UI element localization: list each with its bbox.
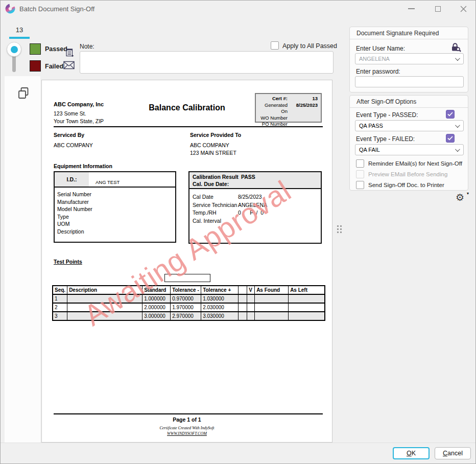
password-input[interactable] — [355, 76, 464, 87]
failed-label: Failed — [45, 63, 63, 70]
col-header: As Left — [289, 286, 325, 294]
equipment-box: I.D.: ANG TEST Serial Number Manufacture… — [54, 171, 176, 243]
table-row: 1 1.000000 0.970000 1.030000 — [53, 294, 325, 303]
preview-email-label: Preview EMail Before Sending — [368, 171, 447, 177]
username-combobox[interactable]: ANGELENA — [355, 53, 464, 64]
apply-to-all-passed-checkbox[interactable] — [271, 41, 279, 50]
cell — [67, 312, 142, 320]
cal-row-value: 0 F / 0 — [238, 209, 264, 217]
splitter-handle[interactable] — [337, 225, 342, 233]
chevron-down-icon[interactable] — [455, 123, 460, 128]
cert-number-box: Cert #:13 Generated On8/25/2023 WO Numbe… — [255, 93, 322, 123]
cell: 0.970000 — [171, 294, 201, 303]
calibration-result-label: Calibration Result — [193, 174, 239, 180]
email-icon[interactable] — [63, 61, 75, 69]
cell: 1.030000 — [201, 294, 239, 303]
options-panel-title: After Sign-Off Options — [350, 96, 468, 108]
send-to-printer-label: Send Sign-Off Doc. to Printer — [368, 182, 444, 188]
wo-number-value — [292, 115, 318, 122]
cell — [247, 312, 255, 320]
send-to-printer-checkbox[interactable] — [356, 181, 364, 189]
equipment-field: Model Number — [57, 205, 92, 213]
event-type-passed-value: QA PASS — [359, 123, 383, 129]
close-icon — [460, 6, 467, 12]
note-input[interactable] — [80, 51, 334, 74]
event-type-passed-label: Event Type - PASSED: — [356, 111, 418, 119]
cancel-button[interactable]: Cancel — [435, 447, 471, 459]
event-type-passed-select[interactable]: QA PASS — [355, 120, 464, 131]
cal-row-label: Service Technician — [193, 202, 237, 208]
cell — [239, 312, 247, 320]
service-provided-to-label: Service Provided To — [190, 132, 241, 138]
lock-key-icon — [450, 42, 462, 53]
col-header: V — [247, 286, 255, 294]
copy-pages-icon[interactable] — [17, 86, 30, 100]
serviced-by-label: Serviced By — [54, 132, 84, 138]
event-type-failed-select[interactable]: QA FAIL — [355, 144, 464, 155]
table-row: 3 3.000000 2.970000 3.030000 — [53, 312, 325, 320]
equipment-field: Serial Number — [57, 191, 92, 198]
username-label: Enter User Name: — [356, 45, 405, 52]
cell — [289, 303, 325, 312]
close-button[interactable] — [456, 3, 471, 14]
document-tab-13[interactable]: 13 — [9, 26, 30, 34]
cell — [239, 303, 247, 312]
gear-dropdown-arrow-icon: ▾ — [467, 191, 469, 196]
note-label: Note: — [80, 43, 94, 50]
check-icon — [447, 136, 453, 141]
certificate-preview: ABC Company, Inc 123 Some St. Your Town … — [41, 80, 332, 443]
header-divider — [54, 126, 323, 127]
wo-number-label: WO Number — [259, 115, 292, 122]
pin-toggle[interactable] — [7, 42, 21, 57]
cell — [247, 294, 255, 303]
equipment-info-label: Equipment Information — [54, 163, 112, 169]
event-type-failed-label: Event Type - FAILED: — [356, 135, 415, 143]
minimize-button[interactable] — [403, 3, 419, 14]
calibration-box: Calibration Result PASS Cal. Due Date: C… — [188, 171, 322, 244]
batch-sign-off-window: Batch Document Sign-Off 13 Passed Failed… — [0, 0, 476, 464]
created-with-text: Certificate Created With IndySoft — [42, 426, 332, 430]
document-list-strip — [5, 76, 40, 443]
options-panel: After Sign-Off Options Event Type - PASS… — [349, 95, 468, 191]
generated-on-label: Generated On — [259, 102, 292, 115]
tab-active-indicator — [9, 37, 30, 39]
window-title: Batch Document Sign-Off — [19, 5, 94, 13]
cell: 3.030000 — [201, 312, 239, 320]
footer-url: WWW.INDYSOFT.COM — [42, 431, 332, 436]
app-logo-icon — [5, 4, 15, 14]
test-points-uom-box — [164, 274, 210, 282]
reminder-email-checkbox[interactable] — [356, 159, 364, 168]
chevron-down-icon[interactable] — [455, 56, 460, 61]
table-header-row: Seq. Description Standard Tolerance - To… — [53, 286, 325, 294]
col-header: As Found — [255, 286, 289, 294]
cal-row-value: ANGELENA — [238, 201, 267, 210]
col-header: Tolerance + — [201, 286, 239, 294]
chevron-down-icon[interactable] — [455, 147, 460, 152]
equipment-id-label: I.D.: — [55, 172, 89, 187]
event-type-failed-checkbox[interactable] — [446, 134, 455, 143]
cell — [255, 294, 289, 303]
cell — [67, 294, 142, 303]
equipment-field: Manufacturer — [57, 198, 92, 206]
event-type-passed-checkbox[interactable] — [446, 110, 455, 119]
apply-to-all-passed-label: Apply to All Passed — [282, 42, 337, 50]
check-icon — [447, 112, 453, 117]
test-points-label: Test Points — [54, 259, 82, 265]
settings-gear-button[interactable]: ⚙ ▾ — [456, 192, 469, 204]
col-header: Tolerance - — [171, 286, 201, 294]
cell: 2 — [53, 303, 67, 312]
col-header: Standard — [142, 286, 171, 294]
cal-row-label: Temp./RH — [193, 210, 217, 216]
maximize-button[interactable] — [430, 3, 445, 14]
table-row: 2 2.000000 1.970000 2.030000 — [53, 303, 325, 312]
cell: 3 — [53, 312, 67, 320]
calibration-result-value: PASS — [241, 173, 255, 180]
ok-button[interactable]: OK — [393, 447, 430, 459]
preview-email-checkbox — [356, 170, 364, 178]
cell — [255, 303, 289, 312]
note-report-icon[interactable] — [65, 48, 75, 58]
company-address2: Your Town State, ZIP — [54, 118, 104, 124]
service-provided-to-line2: 123 MAIN STREET — [190, 150, 236, 156]
col-header: Description — [67, 286, 142, 294]
service-provided-to-line1: ABC COMPANY — [190, 142, 229, 148]
